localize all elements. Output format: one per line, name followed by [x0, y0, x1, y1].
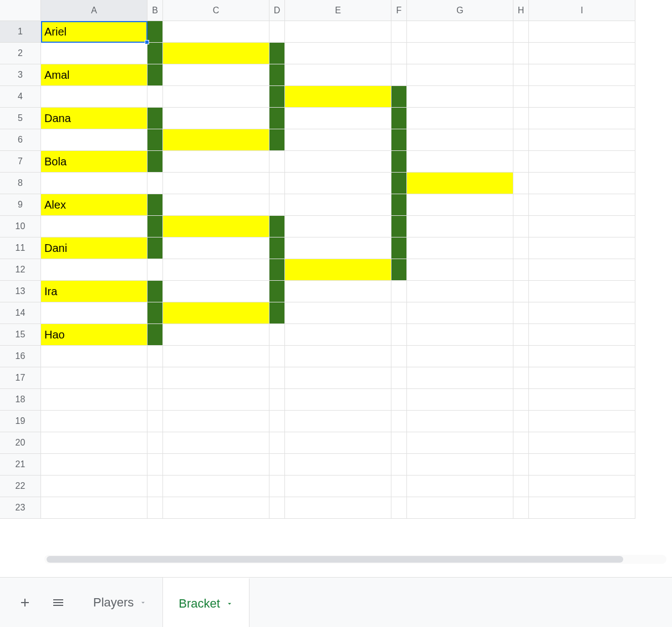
cell-H23[interactable] [513, 497, 529, 519]
cell-A14[interactable] [41, 302, 147, 324]
cell-B2[interactable] [147, 43, 163, 64]
cell-E16[interactable] [285, 346, 391, 367]
cell-C17[interactable] [163, 367, 269, 389]
cell-A10[interactable] [41, 216, 147, 237]
row-header-12[interactable]: 12 [0, 259, 41, 281]
cell-H17[interactable] [513, 367, 529, 389]
row-header-16[interactable]: 16 [0, 346, 41, 367]
cell-H10[interactable] [513, 216, 529, 237]
cell-I16[interactable] [529, 346, 635, 367]
cell-F19[interactable] [391, 411, 407, 432]
cell-D19[interactable] [269, 411, 285, 432]
cell-C23[interactable] [163, 497, 269, 519]
cell-A21[interactable] [41, 454, 147, 476]
cell-A4[interactable] [41, 86, 147, 108]
cell-F5[interactable] [391, 108, 407, 129]
cell-A11[interactable]: Dani [41, 237, 147, 259]
cell-F16[interactable] [391, 346, 407, 367]
cell-B12[interactable] [147, 259, 163, 281]
cell-C5[interactable] [163, 108, 269, 129]
cell-G16[interactable] [407, 346, 513, 367]
row-header-17[interactable]: 17 [0, 367, 41, 389]
row-header-15[interactable]: 15 [0, 324, 41, 346]
cell-D16[interactable] [269, 346, 285, 367]
cell-B17[interactable] [147, 367, 163, 389]
cell-F23[interactable] [391, 497, 407, 519]
cell-F9[interactable] [391, 194, 407, 216]
cell-E15[interactable] [285, 324, 391, 346]
cell-C3[interactable] [163, 64, 269, 86]
cell-H5[interactable] [513, 108, 529, 129]
cell-E17[interactable] [285, 367, 391, 389]
cell-D23[interactable] [269, 497, 285, 519]
cell-C21[interactable] [163, 454, 269, 476]
cell-C16[interactable] [163, 346, 269, 367]
cell-F14[interactable] [391, 302, 407, 324]
cell-I12[interactable] [529, 259, 635, 281]
cell-B14[interactable] [147, 302, 163, 324]
cell-E23[interactable] [285, 497, 391, 519]
cell-F22[interactable] [391, 476, 407, 497]
cell-F12[interactable] [391, 259, 407, 281]
cell-C1[interactable] [163, 21, 269, 43]
cell-E4[interactable] [285, 86, 391, 108]
cell-G4[interactable] [407, 86, 513, 108]
cell-I4[interactable] [529, 86, 635, 108]
cell-A22[interactable] [41, 476, 147, 497]
cell-H8[interactable] [513, 173, 529, 194]
cell-H18[interactable] [513, 389, 529, 411]
cell-F2[interactable] [391, 43, 407, 64]
row-header-5[interactable]: 5 [0, 108, 41, 129]
cell-C19[interactable] [163, 411, 269, 432]
cell-G21[interactable] [407, 454, 513, 476]
cell-D9[interactable] [269, 194, 285, 216]
cell-C13[interactable] [163, 281, 269, 302]
cell-G15[interactable] [407, 324, 513, 346]
cell-A19[interactable] [41, 411, 147, 432]
cell-H7[interactable] [513, 151, 529, 173]
row-header-7[interactable]: 7 [0, 151, 41, 173]
cell-F20[interactable] [391, 432, 407, 454]
row-header-8[interactable]: 8 [0, 173, 41, 194]
cell-D18[interactable] [269, 389, 285, 411]
cell-D8[interactable] [269, 173, 285, 194]
cell-D21[interactable] [269, 454, 285, 476]
cell-E12[interactable] [285, 259, 391, 281]
cell-G6[interactable] [407, 129, 513, 151]
cell-E5[interactable] [285, 108, 391, 129]
cell-I19[interactable] [529, 411, 635, 432]
cell-E2[interactable] [285, 43, 391, 64]
cell-G13[interactable] [407, 281, 513, 302]
row-header-19[interactable]: 19 [0, 411, 41, 432]
cell-E14[interactable] [285, 302, 391, 324]
cell-I11[interactable] [529, 237, 635, 259]
cell-I5[interactable] [529, 108, 635, 129]
cell-I13[interactable] [529, 281, 635, 302]
cell-F17[interactable] [391, 367, 407, 389]
cell-E11[interactable] [285, 237, 391, 259]
row-header-6[interactable]: 6 [0, 129, 41, 151]
cell-B11[interactable] [147, 237, 163, 259]
cell-B20[interactable] [147, 432, 163, 454]
cell-C15[interactable] [163, 324, 269, 346]
column-header-G[interactable]: G [407, 0, 513, 21]
cell-G12[interactable] [407, 259, 513, 281]
cell-F15[interactable] [391, 324, 407, 346]
cell-C12[interactable] [163, 259, 269, 281]
cell-D11[interactable] [269, 237, 285, 259]
cell-I1[interactable] [529, 21, 635, 43]
cell-A3[interactable]: Amal [41, 64, 147, 86]
cell-B18[interactable] [147, 389, 163, 411]
cell-G7[interactable] [407, 151, 513, 173]
cell-B10[interactable] [147, 216, 163, 237]
cell-C6[interactable] [163, 129, 269, 151]
cell-I15[interactable] [529, 324, 635, 346]
chevron-down-icon[interactable] [139, 595, 147, 610]
cell-I2[interactable] [529, 43, 635, 64]
cell-H12[interactable] [513, 259, 529, 281]
cell-F8[interactable] [391, 173, 407, 194]
column-header-E[interactable]: E [285, 0, 391, 21]
cell-F10[interactable] [391, 216, 407, 237]
row-header-18[interactable]: 18 [0, 389, 41, 411]
cell-D13[interactable] [269, 281, 285, 302]
